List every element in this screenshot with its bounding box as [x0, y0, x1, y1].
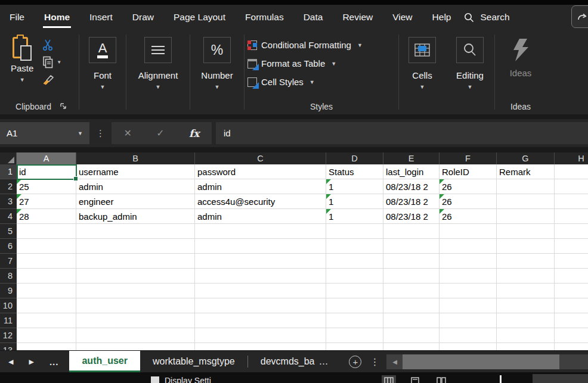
cell-G8[interactable] — [497, 269, 555, 284]
row-header-6[interactable]: 6 — [0, 239, 17, 254]
cell-H2[interactable] — [555, 179, 588, 194]
page-layout-view-button[interactable] — [408, 375, 422, 383]
cell-F4[interactable]: 26 — [440, 209, 497, 224]
cell-D13[interactable] — [326, 343, 383, 350]
cell-E7[interactable] — [383, 254, 440, 269]
cell-C10[interactable] — [195, 298, 326, 313]
cell-C9[interactable] — [195, 284, 326, 298]
row-header-8[interactable]: 8 — [0, 269, 17, 284]
cell-A13[interactable] — [17, 343, 76, 350]
number-group[interactable]: % Number ▼ — [190, 32, 244, 114]
row-header-1[interactable]: 1 — [0, 164, 17, 179]
cell-D7[interactable] — [326, 254, 383, 269]
cell-H9[interactable] — [555, 284, 588, 298]
name-box[interactable]: A1 ▼ — [0, 122, 89, 144]
name-box-caret[interactable]: ▼ — [78, 130, 83, 136]
format-as-table-button[interactable]: Format as Table▼ — [245, 54, 398, 73]
cell-F13[interactable] — [440, 343, 497, 350]
cell-B7[interactable] — [76, 254, 195, 269]
cell-F2[interactable]: 26 — [440, 179, 497, 194]
cell-E2[interactable]: 08/23/18 2 — [383, 179, 440, 194]
tabbar-kebab[interactable]: ⋮ — [370, 356, 379, 368]
column-header-A[interactable]: A — [17, 152, 76, 164]
cell-G13[interactable] — [497, 343, 555, 350]
cell-A3[interactable]: 27 — [17, 194, 76, 209]
cell-E9[interactable] — [383, 284, 440, 298]
next-sheet-arrow[interactable]: ▶ — [29, 358, 33, 366]
cell-E5[interactable] — [383, 224, 440, 239]
search-button[interactable]: Search — [464, 12, 509, 23]
scroll-left-arrow[interactable]: ◀ — [386, 359, 403, 365]
dropdown-caret[interactable]: ▼ — [357, 42, 363, 48]
clipboard-dialog-launcher[interactable] — [60, 102, 67, 110]
menu-help[interactable]: Help — [432, 5, 451, 30]
cell-A9[interactable] — [17, 284, 76, 298]
scrollbar-thumb[interactable] — [403, 354, 559, 369]
cell-E11[interactable] — [383, 313, 440, 328]
cell-A6[interactable] — [17, 239, 76, 254]
paste-button[interactable]: Paste ▼ — [11, 36, 33, 86]
horizontal-scrollbar[interactable]: ◀ — [386, 354, 588, 369]
row-header-11[interactable]: 11 — [0, 313, 17, 328]
cell-B8[interactable] — [76, 269, 195, 284]
cell-A2[interactable]: 25 — [17, 179, 76, 194]
row-header-7[interactable]: 7 — [0, 254, 17, 269]
cell-G7[interactable] — [497, 254, 555, 269]
cell-A10[interactable] — [17, 298, 76, 313]
cell-C4[interactable]: admin — [195, 209, 326, 224]
cell-A7[interactable] — [17, 254, 76, 269]
cell-C6[interactable] — [195, 239, 326, 254]
cell-A12[interactable] — [17, 328, 76, 343]
cell-D3[interactable]: 1 — [326, 194, 383, 209]
cell-H1[interactable] — [555, 164, 588, 179]
row-header-13[interactable]: 13 — [0, 343, 17, 350]
column-header-F[interactable]: F — [440, 152, 497, 164]
column-header-H[interactable]: H — [555, 152, 588, 164]
editing-dropdown-caret[interactable]: ▼ — [468, 84, 473, 90]
menu-page-layout[interactable]: Page Layout — [174, 5, 225, 30]
column-header-G[interactable]: G — [497, 152, 555, 164]
cell-D11[interactable] — [326, 313, 383, 328]
share-button[interactable] — [571, 5, 588, 28]
row-header-3[interactable]: 3 — [0, 194, 17, 209]
cell-B2[interactable]: admin — [76, 179, 195, 194]
sheet-tab-auth_user[interactable]: auth_user — [69, 351, 140, 372]
cell-A8[interactable] — [17, 269, 76, 284]
display-settings-button[interactable]: Display Setti — [151, 376, 211, 383]
menu-draw[interactable]: Draw — [132, 5, 154, 30]
cell-G1[interactable]: Remark — [497, 164, 555, 179]
cells-dropdown-caret[interactable]: ▼ — [420, 84, 425, 90]
cell-A1[interactable]: id — [17, 164, 76, 179]
cell-G4[interactable] — [497, 209, 555, 224]
dropdown-caret[interactable]: ▼ — [331, 61, 336, 67]
menu-insert[interactable]: Insert — [89, 5, 113, 30]
number-dropdown-caret[interactable]: ▼ — [215, 84, 220, 90]
cell-E6[interactable] — [383, 239, 440, 254]
cell-C2[interactable]: admin — [195, 179, 326, 194]
zoom-slider-handle[interactable] — [500, 375, 502, 383]
cell-D12[interactable] — [326, 328, 383, 343]
alignment-dropdown-caret[interactable]: ▼ — [156, 84, 161, 90]
menu-data[interactable]: Data — [304, 5, 323, 30]
row-header-12[interactable]: 12 — [0, 328, 17, 343]
formula-bar-kebab[interactable]: ⋮ — [89, 128, 112, 139]
format-painter-button[interactable] — [42, 73, 61, 86]
cell-A11[interactable] — [17, 313, 76, 328]
menu-review[interactable]: Review — [342, 5, 373, 30]
cell-C13[interactable] — [195, 343, 326, 350]
editing-group[interactable]: Editing ▼ — [445, 32, 494, 114]
menu-formulas[interactable]: Formulas — [245, 5, 284, 30]
new-sheet-button[interactable]: + — [349, 356, 361, 368]
cell-E4[interactable]: 08/23/18 2 — [383, 209, 440, 224]
cell-B3[interactable]: engineer — [76, 194, 195, 209]
zoom-level-area[interactable] — [533, 374, 588, 383]
cell-F12[interactable] — [440, 328, 497, 343]
cell-H10[interactable] — [555, 298, 588, 313]
confirm-entry-button[interactable]: ✓ — [156, 127, 164, 139]
cell-H13[interactable] — [555, 343, 588, 350]
cell-G12[interactable] — [497, 328, 555, 343]
row-header-10[interactable]: 10 — [0, 298, 17, 313]
cell-E10[interactable] — [383, 298, 440, 313]
cell-D9[interactable] — [326, 284, 383, 298]
cell-styles-button[interactable]: Cell Styles▼ — [245, 73, 398, 91]
